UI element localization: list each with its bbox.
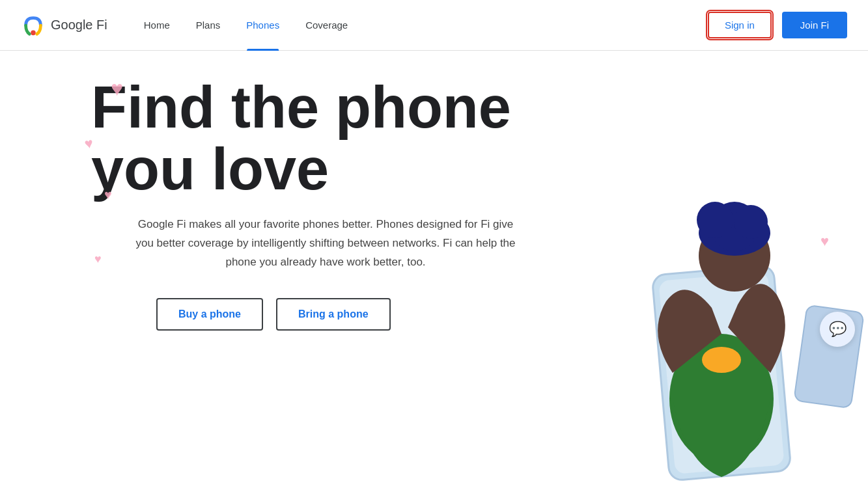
hero-section: ♥ ♥ ♥ ♥ ♥ ♥ ♥ Find the phone you love Go… xyxy=(0,51,868,490)
hero-title: Find the phone you love xyxy=(91,77,625,200)
svg-point-8 xyxy=(734,205,768,239)
hero-title-line2: you love xyxy=(91,137,329,202)
google-fi-logo xyxy=(21,13,46,38)
heart-decoration-3: ♥ xyxy=(104,187,112,202)
heart-decoration-4: ♥ xyxy=(94,252,102,266)
illustration: 💬 xyxy=(608,113,868,490)
signin-button[interactable]: Sign in xyxy=(708,12,772,38)
nav-coverage[interactable]: Coverage xyxy=(295,0,358,51)
svg-point-7 xyxy=(697,202,733,238)
nav-phones[interactable]: Phones xyxy=(236,0,290,51)
join-button[interactable]: Join Fi xyxy=(782,12,847,38)
buy-phone-button[interactable]: Buy a phone xyxy=(156,298,263,331)
nav-actions: Sign in Join Fi xyxy=(708,12,847,38)
chat-bubble[interactable]: 💬 xyxy=(820,312,855,347)
logo-area[interactable]: Google Fi xyxy=(21,13,107,38)
brand-name: Google Fi xyxy=(51,18,107,33)
hero-description: Google Fi makes all your favorite phones… xyxy=(130,215,521,272)
nav-home[interactable]: Home xyxy=(133,0,180,51)
person-illustration xyxy=(608,126,835,490)
nav-links: Home Plans Phones Coverage xyxy=(133,0,708,51)
navbar: Google Fi Home Plans Phones Coverage Sig… xyxy=(0,0,868,51)
svg-point-1 xyxy=(31,30,36,35)
hero-title-line1: Find the phone xyxy=(91,75,511,140)
nav-plans[interactable]: Plans xyxy=(186,0,231,51)
bring-phone-button[interactable]: Bring a phone xyxy=(276,298,391,331)
chat-icon: 💬 xyxy=(829,321,847,338)
svg-point-6 xyxy=(702,347,741,373)
heart-decoration-1: ♥ xyxy=(111,77,123,101)
